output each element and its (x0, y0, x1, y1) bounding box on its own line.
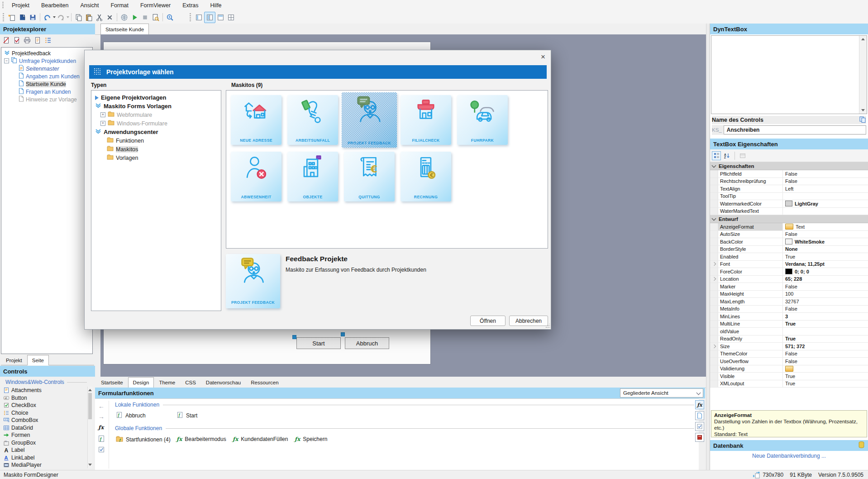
tree-anwendungscenter[interactable]: Anwendungscenter (95, 128, 221, 136)
menu-ansicht[interactable]: Ansicht (74, 0, 105, 11)
layout-split-icon[interactable] (204, 12, 215, 23)
control-name-input[interactable]: Anschreiben (724, 125, 866, 134)
tree-maskito-forms-vorlagen[interactable]: Maskito Forms Vorlagen (95, 102, 221, 110)
tree-maskitos[interactable]: Maskitos (95, 145, 221, 153)
tab-theme[interactable]: Theme (154, 377, 180, 388)
layout-top-icon[interactable] (215, 12, 226, 23)
undo-icon[interactable] (42, 12, 52, 23)
property-row[interactable]: FontVerdana; 11,25pt (710, 261, 868, 268)
property-row[interactable]: BackColorWhiteSmoke (710, 238, 868, 246)
format-icon[interactable] (785, 224, 793, 230)
property-row[interactable]: ThemeColorFalse (710, 350, 868, 358)
control-item-formen[interactable]: Formen (0, 431, 87, 439)
menu-bearbeiten[interactable]: Bearbeiten (35, 0, 74, 11)
format-icon[interactable] (785, 366, 793, 372)
property-category[interactable]: Eigenschaften (710, 162, 868, 170)
expander-icon[interactable] (712, 277, 715, 281)
tree-item-projektfeedback[interactable]: Projektfeedback (3, 49, 92, 57)
save-icon[interactable] (28, 12, 38, 23)
paste-icon[interactable] (84, 12, 94, 23)
tree-windows-formulare[interactable]: + Windows-Formulare (95, 119, 221, 128)
tree-funktionen[interactable]: Funktionen (95, 136, 221, 145)
property-row[interactable]: AutoSizeFalse (710, 231, 868, 239)
control-item-label[interactable]: ALabel (0, 446, 87, 454)
menu-format[interactable]: Format (105, 0, 134, 11)
property-row[interactable]: MetaInfoFalse (710, 306, 868, 313)
control-item-groupbox[interactable]: xyGroupBox (0, 439, 87, 447)
listbox-scrollbar[interactable] (859, 36, 867, 114)
close-icon[interactable]: × (541, 53, 545, 61)
expander-icon[interactable] (712, 262, 715, 266)
tree-webformulare[interactable]: + Webformulare (95, 110, 221, 119)
tree-eigene-projektvorlagen[interactable]: Eigene Projektvorlagen (95, 93, 221, 102)
tile-abwesenheit[interactable]: ABWESENHEIT (231, 152, 281, 201)
global-function-startfunktionen[interactable]: ƒ Startfunktionen (4) (116, 436, 171, 443)
tab-ressourcen[interactable]: Ressourcen (246, 377, 283, 388)
tab-design[interactable]: Design (128, 377, 154, 388)
tile-quittung[interactable]: € QUITTUNG (344, 152, 395, 201)
property-row[interactable]: TextAlignLeft (710, 185, 868, 193)
property-row[interactable]: Validierung (710, 365, 868, 373)
menu-extras[interactable]: Extras (176, 0, 204, 11)
property-row[interactable]: PflichtfeldFalse (710, 170, 868, 178)
property-row[interactable]: ReadOnlyTrue (710, 335, 868, 343)
check-tool-icon[interactable] (695, 422, 704, 431)
tab-css[interactable]: CSS (180, 377, 201, 388)
open-project-icon[interactable] (17, 12, 28, 23)
tile-fuhrpark[interactable]: FUHRPARK (457, 95, 508, 145)
local-function-abbruch[interactable]: ƒ Abbruch (116, 412, 146, 420)
cancel-button[interactable]: Abbrechen (509, 316, 548, 326)
controls-scrollbar[interactable] (87, 387, 92, 468)
function-icon[interactable]: ƒx (98, 424, 104, 431)
control-item-choice[interactable]: Choice (0, 409, 87, 417)
tree-vorlagen[interactable]: Vorlagen (95, 153, 221, 162)
control-item-datagrid[interactable]: DataGrid (0, 424, 87, 432)
script-page-icon[interactable] (695, 411, 704, 420)
dialog-title-bar[interactable]: × (85, 50, 551, 65)
global-function-bearbeitermodus[interactable]: ƒx Bearbeitermodus (176, 436, 226, 442)
layout-grid-icon[interactable] (226, 12, 236, 23)
tree-item-angaben-zum-kunden[interactable]: Angaben zum Kunden (3, 72, 92, 80)
tile-rechnung[interactable]: € RECHNUNG (401, 152, 451, 201)
property-row[interactable]: RechtschreibprüfungFalse (710, 178, 868, 186)
expand-icon[interactable]: + (100, 121, 105, 126)
collapse-icon[interactable]: − (4, 58, 9, 63)
exclude-page-icon[interactable] (3, 37, 10, 45)
tree-item-umfrage-projektkunden[interactable]: − Umfrage Projektkunden (3, 57, 92, 65)
open-button[interactable]: Öffnen (470, 316, 506, 326)
property-row[interactable]: Size571; 372 (710, 343, 868, 350)
fx-tool-button[interactable]: ƒx (695, 400, 704, 409)
new-database-link[interactable]: Neue Datenbankverbindung ... (710, 453, 868, 459)
collapsed-arrow-icon[interactable] (95, 96, 99, 100)
tree-item-startseite-kunde[interactable]: Startseite Kunde (3, 80, 92, 88)
tab-datenvorschau[interactable]: Datenvorschau (201, 377, 246, 388)
form-abort-button[interactable]: Abbruch (345, 337, 389, 349)
expand-icon[interactable]: + (100, 112, 105, 117)
property-row[interactable]: ToolTip (710, 193, 868, 201)
report-page-icon[interactable] (34, 37, 41, 45)
property-row[interactable]: VisibleTrue (710, 373, 868, 380)
tree-item-seitenmaster[interactable]: Seitenmaster (3, 65, 92, 72)
menu-projekt[interactable]: Projekt (6, 0, 35, 11)
nav-forward-icon[interactable]: → (98, 413, 105, 420)
expander-icon[interactable] (712, 345, 715, 348)
tile-arbeitsunfall[interactable]: ARBEITSUNFALL (287, 95, 338, 145)
property-row[interactable]: BorderStyleNone (710, 246, 868, 254)
new-document-icon[interactable] (7, 12, 17, 23)
property-row[interactable]: MarkerFalse (710, 283, 868, 291)
categorized-view-icon[interactable] (712, 151, 721, 160)
nav-back-icon[interactable]: ← (98, 402, 105, 410)
red-book-icon[interactable] (695, 433, 704, 442)
selection-handle[interactable] (292, 335, 296, 339)
control-item-mediaplayer[interactable]: MediaPlayer (0, 461, 87, 469)
property-row[interactable]: MinLines3 (710, 313, 868, 321)
control-item-combobox[interactable]: ComboBox (0, 417, 87, 424)
copy-name-icon[interactable] (859, 116, 866, 124)
control-item-linklabel[interactable]: ALinkLabel (0, 454, 87, 462)
dyntextbox-listbox[interactable] (711, 35, 867, 114)
property-row[interactable]: EnabledTrue (710, 253, 868, 261)
view-mode-select[interactable]: Gegliederte Ansicht (620, 388, 703, 398)
vertical-splitter[interactable] (706, 24, 710, 470)
resize-grip[interactable] (545, 324, 550, 328)
tree-item-fragen-an-kunden[interactable]: Fragen an Kunden (3, 88, 92, 96)
